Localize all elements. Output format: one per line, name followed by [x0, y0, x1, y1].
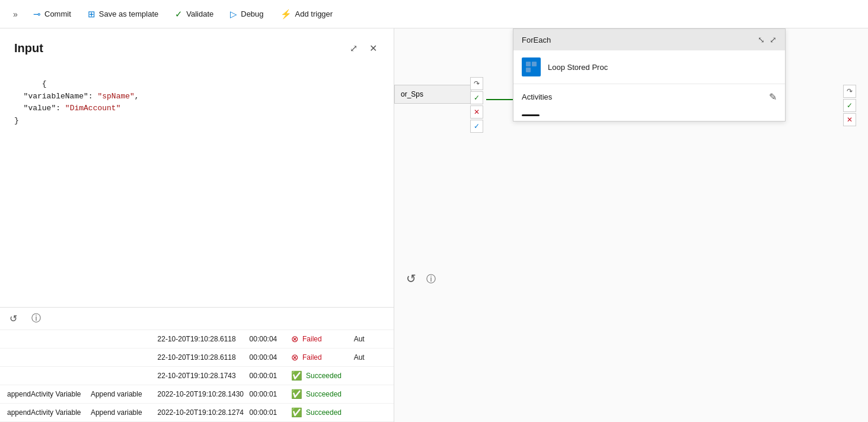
- node-redo-btn[interactable]: ↷: [470, 77, 483, 90]
- input-title: Input: [14, 41, 43, 55]
- row-duration: 00:00:04: [250, 353, 291, 362]
- table-toolbar: ↺ ⓘ: [0, 308, 394, 330]
- main-content: Input ⤢ ✕ { "variableName": "spName", "v…: [0, 28, 868, 422]
- template-label: Save as template: [99, 9, 158, 18]
- validate-button[interactable]: ✓ Validate: [168, 5, 221, 23]
- x-icon: ✕: [474, 108, 480, 116]
- status-text: Succeeded: [306, 408, 342, 417]
- foreach-panel: ForEach ⤡ ⤢: [513, 28, 786, 122]
- collapse-toolbar-btn[interactable]: »: [7, 6, 24, 23]
- fullscreen-icon: ⤢: [770, 35, 777, 44]
- expand-icon: ⤢: [350, 43, 358, 53]
- info-btn[interactable]: ⓘ: [29, 311, 43, 326]
- validate-icon: ✓: [175, 9, 183, 20]
- row-status: ✅ Succeeded: [291, 370, 354, 381]
- fail-icon: ⊗: [291, 352, 299, 363]
- foreach-fullscreen-btn[interactable]: ⤢: [770, 35, 777, 44]
- trigger-label: Add trigger: [295, 9, 333, 18]
- commit-icon: ⊸: [33, 9, 41, 20]
- commit-button[interactable]: ⊸ Commit: [26, 5, 78, 23]
- right-redo-btn[interactable]: ↷: [843, 85, 856, 98]
- svg-rect-4: [526, 68, 531, 72]
- check2-icon: ✓: [474, 122, 480, 130]
- row-time: 22-10-20T19:10:28.6118: [158, 335, 250, 343]
- toolbar: » ⊸ Commit ⊞ Save as template ✓ Validate…: [0, 0, 868, 28]
- partial-canvas-node[interactable]: or_Sps: [394, 85, 471, 104]
- input-controls: ⤢ ✕: [347, 40, 379, 56]
- row-duration: 00:00:01: [250, 390, 291, 398]
- debug-icon: ▷: [230, 9, 237, 20]
- status-text: Succeeded: [306, 390, 342, 398]
- table-row[interactable]: 22-10-20T19:10:28.6118 00:00:04 ⊗ Failed…: [0, 349, 394, 367]
- row-duration: 00:00:01: [250, 408, 291, 417]
- close-icon: ✕: [369, 43, 377, 53]
- table-row[interactable]: 22-10-20T19:10:28.1743 00:00:01 ✅ Succee…: [0, 367, 394, 385]
- validate-label: Validate: [186, 9, 213, 18]
- info-icon: ⓘ: [31, 313, 41, 323]
- node-x-btn[interactable]: ✕: [470, 105, 483, 119]
- status-text: Failed: [302, 353, 322, 362]
- debug-button[interactable]: ▷ Debug: [223, 5, 270, 23]
- canvas-refresh-btn[interactable]: ↺: [406, 271, 416, 286]
- canvas-info-btn[interactable]: ⓘ: [426, 273, 436, 286]
- success-icon: ✅: [291, 370, 302, 381]
- row-duration: 00:00:01: [250, 372, 291, 380]
- table-row[interactable]: appendActivity Variable Append variable …: [0, 404, 394, 422]
- table-row[interactable]: appendActivity Variable Append variable …: [0, 385, 394, 404]
- foreach-header-controls: ⤡ ⤢: [758, 35, 777, 44]
- expand-input-btn[interactable]: ⤢: [347, 40, 360, 56]
- code-content: { "variableName": "spName", "value": "Di…: [14, 79, 139, 125]
- refresh-table-btn[interactable]: ↺: [7, 312, 20, 325]
- info-icon: ⓘ: [426, 274, 436, 284]
- redo-icon: ↷: [474, 79, 480, 88]
- refresh-icon: ↺: [9, 314, 17, 324]
- foreach-expand-btn[interactable]: ⤡: [758, 35, 765, 44]
- loop-icon: [522, 57, 541, 76]
- pipeline-canvas: or_Sps ↷ ✓ ✕ ✓: [394, 28, 868, 422]
- status-text: Succeeded: [306, 372, 342, 380]
- check-icon: ✓: [474, 94, 480, 102]
- row-type: Append variable: [91, 408, 158, 417]
- input-code: { "variableName": "spName", "value": "Di…: [14, 66, 379, 140]
- node-controls: ↷ ✓ ✕ ✓: [470, 77, 483, 133]
- status-text: Failed: [302, 335, 322, 343]
- node-check2-btn[interactable]: ✓: [470, 120, 483, 133]
- row-trigger: Aut: [354, 353, 387, 362]
- loop-label: Loop Stored Proc: [548, 63, 608, 72]
- row-trigger: Aut: [354, 335, 387, 343]
- activities-section: Activities ✎: [513, 84, 785, 110]
- template-icon: ⊞: [88, 9, 95, 20]
- node-check-btn[interactable]: ✓: [470, 91, 483, 104]
- activities-edit-btn[interactable]: ✎: [769, 91, 777, 103]
- input-panel: Input ⤢ ✕ { "variableName": "spName", "v…: [0, 28, 394, 422]
- commit-label: Commit: [44, 9, 71, 18]
- activities-label: Activities: [522, 92, 552, 101]
- close-input-btn[interactable]: ✕: [367, 40, 379, 56]
- row-status: ⊗ Failed: [291, 334, 354, 344]
- row-duration: 00:00:04: [250, 335, 291, 343]
- row-status: ⊗ Failed: [291, 352, 354, 363]
- row-time: 22-10-20T19:10:28.1743: [158, 372, 250, 380]
- save-template-button[interactable]: ⊞ Save as template: [81, 5, 165, 23]
- partial-node-label: or_Sps: [401, 90, 423, 98]
- foreach-header: ForEach ⤡ ⤢: [513, 29, 785, 50]
- svg-rect-2: [526, 62, 531, 66]
- loop-activity[interactable]: Loop Stored Proc: [513, 50, 785, 84]
- foreach-title: ForEach: [522, 36, 551, 44]
- redo-icon: ↷: [847, 87, 853, 95]
- right-check-btn[interactable]: ✓: [843, 99, 856, 112]
- row-name: appendActivity Variable: [7, 390, 91, 398]
- table-row[interactable]: 22-10-20T19:10:28.6118 00:00:04 ⊗ Failed…: [0, 330, 394, 349]
- row-status: ✅ Succeeded: [291, 389, 354, 399]
- right-node-controls: ↷ ✓ ✕: [843, 85, 856, 126]
- row-time: 22-10-20T19:10:28.6118: [158, 353, 250, 362]
- fail-icon: ⊗: [291, 334, 299, 344]
- right-x-btn[interactable]: ✕: [843, 113, 856, 126]
- activity-bar: [513, 110, 785, 121]
- x-icon: ✕: [847, 116, 853, 124]
- activity-dash: [522, 114, 540, 116]
- expand-icon: ⤡: [758, 35, 765, 44]
- success-icon: ✅: [291, 407, 302, 418]
- add-trigger-button[interactable]: ⚡ Add trigger: [273, 5, 340, 23]
- activity-table: ↺ ⓘ 22-10-20T19:10:28.6118 00:00:04 ⊗ Fa…: [0, 307, 394, 422]
